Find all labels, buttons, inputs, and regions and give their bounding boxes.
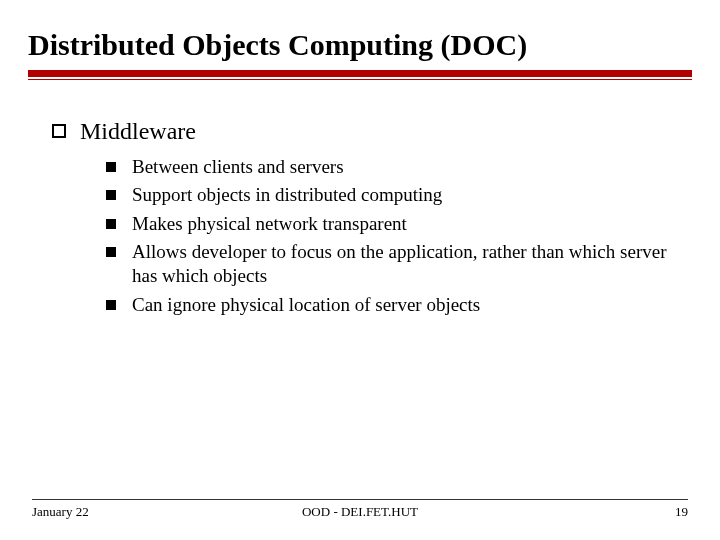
list-item: Allows developer to focus on the applica… — [106, 240, 692, 289]
bullet-text: Can ignore physical location of server o… — [132, 293, 480, 317]
bullet-text: Allows developer to focus on the applica… — [132, 240, 692, 289]
slide: Distributed Objects Computing (DOC) Midd… — [0, 0, 720, 540]
list-item: Support objects in distributed computing — [106, 183, 692, 207]
list-item: Can ignore physical location of server o… — [106, 293, 692, 317]
slide-content: Middleware Between clients and servers S… — [28, 118, 692, 317]
title-rule — [28, 70, 692, 80]
bullet-list: Between clients and servers Support obje… — [52, 155, 692, 317]
bullet-text: Between clients and servers — [132, 155, 344, 179]
slide-title: Distributed Objects Computing (DOC) — [28, 28, 692, 62]
list-item: Makes physical network transparent — [106, 212, 692, 236]
footer-rule — [32, 499, 688, 500]
bullet-text: Makes physical network transparent — [132, 212, 407, 236]
section-title: Middleware — [80, 118, 196, 145]
section-item: Middleware — [52, 118, 692, 145]
square-filled-icon — [106, 190, 116, 200]
footer-center: OOD - DEI.FET.HUT — [251, 504, 470, 520]
square-filled-icon — [106, 162, 116, 172]
square-filled-icon — [106, 247, 116, 257]
footer-page: 19 — [469, 504, 688, 520]
footer-date: January 22 — [32, 504, 251, 520]
square-filled-icon — [106, 300, 116, 310]
square-outline-icon — [52, 124, 66, 138]
slide-footer: January 22 OOD - DEI.FET.HUT 19 — [0, 499, 720, 520]
bullet-text: Support objects in distributed computing — [132, 183, 442, 207]
square-filled-icon — [106, 219, 116, 229]
list-item: Between clients and servers — [106, 155, 692, 179]
